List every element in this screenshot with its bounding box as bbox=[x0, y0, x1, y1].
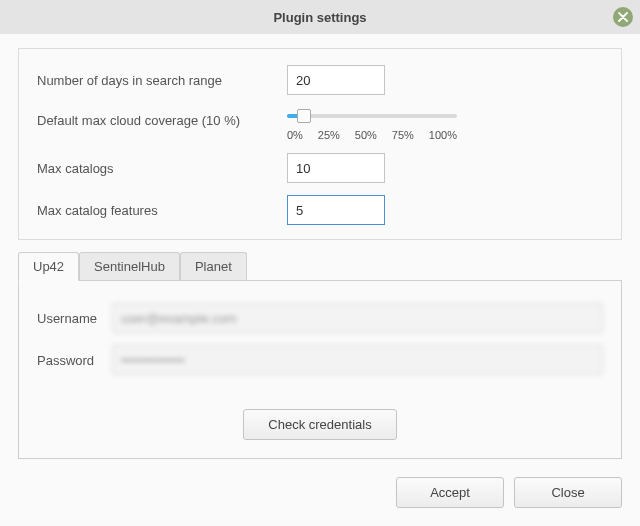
slider-tick-labels: 0% 25% 50% 75% 100% bbox=[287, 129, 457, 141]
general-settings-group: Number of days in search range Default m… bbox=[18, 48, 622, 240]
check-credentials-row: Check credentials bbox=[37, 409, 603, 440]
window-close-button[interactable] bbox=[613, 7, 633, 27]
max-catalogs-row: Max catalogs bbox=[37, 153, 603, 183]
password-label: Password bbox=[37, 353, 112, 368]
titlebar: Plugin settings bbox=[0, 0, 640, 34]
days-range-input[interactable] bbox=[287, 65, 385, 95]
cloud-coverage-slider-area: 0% 25% 50% 75% 100% bbox=[287, 107, 457, 141]
close-icon bbox=[618, 12, 628, 22]
tab-planet[interactable]: Planet bbox=[180, 252, 247, 280]
tick-75: 75% bbox=[392, 129, 414, 141]
days-range-row: Number of days in search range bbox=[37, 65, 603, 95]
provider-tab-body: Username Password Check credentials bbox=[18, 280, 622, 459]
dialog-content: Number of days in search range Default m… bbox=[0, 34, 640, 473]
tab-up42[interactable]: Up42 bbox=[18, 252, 79, 281]
username-row: Username bbox=[37, 303, 603, 333]
cloud-coverage-label: Default max cloud coverage (10 %) bbox=[37, 107, 287, 128]
max-catalogs-input[interactable] bbox=[287, 153, 385, 183]
window-title: Plugin settings bbox=[273, 10, 366, 25]
slider-thumb[interactable] bbox=[297, 109, 311, 123]
provider-tab-strip: Up42 SentinelHub Planet bbox=[18, 252, 622, 280]
max-features-label: Max catalog features bbox=[37, 203, 287, 218]
max-features-input[interactable] bbox=[287, 195, 385, 225]
accept-button[interactable]: Accept bbox=[396, 477, 504, 508]
max-features-row: Max catalog features bbox=[37, 195, 603, 225]
slider-rail bbox=[287, 114, 457, 118]
cloud-coverage-slider[interactable] bbox=[287, 109, 457, 123]
password-row: Password bbox=[37, 345, 603, 375]
tick-0: 0% bbox=[287, 129, 303, 141]
tick-100: 100% bbox=[429, 129, 457, 141]
max-catalogs-label: Max catalogs bbox=[37, 161, 287, 176]
tab-sentinelhub[interactable]: SentinelHub bbox=[79, 252, 180, 280]
password-input[interactable] bbox=[112, 345, 603, 375]
tick-25: 25% bbox=[318, 129, 340, 141]
check-credentials-button[interactable]: Check credentials bbox=[243, 409, 396, 440]
tick-50: 50% bbox=[355, 129, 377, 141]
username-label: Username bbox=[37, 311, 112, 326]
days-range-label: Number of days in search range bbox=[37, 73, 287, 88]
close-button[interactable]: Close bbox=[514, 477, 622, 508]
cloud-coverage-row: Default max cloud coverage (10 %) 0% 25%… bbox=[37, 107, 603, 141]
username-input[interactable] bbox=[112, 303, 603, 333]
dialog-footer: Accept Close bbox=[0, 473, 640, 522]
